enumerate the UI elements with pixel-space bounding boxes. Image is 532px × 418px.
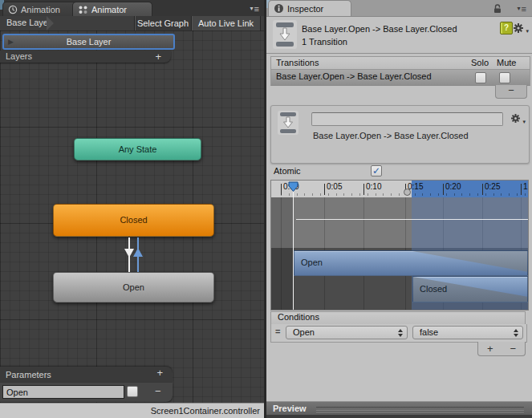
- layer-item-label: Base Layer: [67, 37, 112, 47]
- transition-list-row[interactable]: Base Layer.Open -> Base Layer.Closed: [270, 70, 530, 86]
- parameters-header[interactable]: Parameters +: [0, 367, 173, 383]
- add-parameter-button[interactable]: +: [156, 367, 163, 379]
- playhead-icon[interactable]: [288, 181, 298, 193]
- layers-header[interactable]: Layers +: [0, 51, 171, 63]
- remove-parameter-button[interactable]: −: [155, 385, 161, 397]
- tab-animation[interactable]: Animation: [2, 2, 81, 16]
- add-layer-button[interactable]: +: [155, 51, 161, 63]
- transition-detail-label: Base Layer.Open -> Base Layer.Closed: [313, 131, 469, 140]
- animator-status-bar: Screen1Container.controller: [0, 403, 264, 418]
- preview-label: Preview: [273, 404, 307, 413]
- remove-transition-button[interactable]: −: [508, 84, 514, 96]
- transition-row-label: Base Layer.Open -> Base Layer.Closed: [276, 71, 432, 81]
- gear-icon[interactable]: ▾: [513, 22, 524, 35]
- conditions-list: = Open false: [270, 324, 527, 343]
- transition-icon: [273, 20, 297, 49]
- help-icon[interactable]: ?: [500, 22, 513, 34]
- preview-drag-handle-icon[interactable]: [316, 407, 524, 412]
- animator-nodes-icon: [78, 5, 88, 14]
- mute-column-label: Mute: [497, 58, 516, 67]
- dropdown-arrows-icon: [514, 329, 518, 337]
- condition-parameter-dropdown[interactable]: Open: [286, 326, 408, 339]
- transition-icon-small: [278, 111, 298, 135]
- transition-arrowhead-up-icon: [133, 248, 143, 257]
- mute-checkbox[interactable]: [499, 72, 510, 83]
- parameter-bool-checkbox[interactable]: [127, 386, 138, 397]
- condition-value-dropdown[interactable]: false: [412, 326, 523, 339]
- layers-header-label: Layers: [6, 51, 32, 63]
- timeline-body: Open Closed: [271, 197, 528, 310]
- gear-dropdown-arrow: ▾: [522, 119, 526, 125]
- duration-line: [296, 219, 528, 220]
- solo-column-label: Solo: [471, 58, 489, 67]
- select-graph-button[interactable]: Select Graph: [134, 16, 191, 30]
- timeline-left-gutter: [271, 197, 293, 310]
- dropdown-arrows-icon: [398, 329, 403, 337]
- question-glyph: ?: [504, 23, 509, 32]
- inspector-subtitle: 1 Transition: [302, 37, 347, 47]
- inspector-tab-strip: Inspector ▾≡: [266, 0, 532, 17]
- parameter-row: −: [0, 383, 173, 402]
- conditions-footer: + −: [477, 342, 526, 356]
- remove-condition-button[interactable]: −: [510, 343, 516, 355]
- conditions-header-label: Conditions: [278, 312, 319, 322]
- clock-icon: [8, 5, 18, 14]
- transition-timeline: 0:00 0:05 0:10 0:15 0:20 0:25 1: [270, 180, 529, 310]
- animator-tab-strip: Animation Animator ▾≡: [0, 0, 264, 17]
- open-fadeout-wedge: [412, 251, 527, 275]
- node-any-state[interactable]: Any State: [74, 138, 201, 160]
- closed-bar-label: Closed: [420, 284, 447, 294]
- solo-checkbox[interactable]: [475, 72, 486, 83]
- transitions-list-header: Transitions Solo Mute: [270, 56, 530, 70]
- auto-live-link-button[interactable]: Auto Live Link: [191, 16, 261, 30]
- header-separator: [266, 53, 532, 54]
- transition-name-field[interactable]: [311, 112, 503, 126]
- inspector-panel: Inspector ▾≡ Base Layer.Open -> Base Lay…: [266, 0, 532, 418]
- tab-inspector[interactable]: Inspector: [268, 0, 351, 16]
- check-icon: ✓: [372, 165, 380, 177]
- animator-toolbar: Base Layer Select Graph Auto Live Link: [0, 16, 264, 31]
- gear-icon-small[interactable]: ▾: [510, 113, 521, 125]
- foldout-triangle-icon[interactable]: ▶: [8, 35, 14, 48]
- parameter-name-field[interactable]: [2, 385, 124, 399]
- animator-pane-menu-icon[interactable]: ▾≡: [250, 4, 260, 14]
- add-condition-button[interactable]: +: [487, 343, 493, 355]
- unity-editor-window: Animation Animator ▾≡ Base Layer Select …: [0, 0, 532, 418]
- node-closed[interactable]: Closed: [53, 204, 214, 237]
- node-open[interactable]: Open: [53, 272, 214, 302]
- tab-inspector-label: Inspector: [287, 4, 323, 14]
- transition-detail-box: ▾ Base Layer.Open -> Base Layer.Closed: [270, 105, 530, 164]
- conditions-header: Conditions: [270, 311, 526, 325]
- inspector-title: Base Layer.Open -> Base Layer.Closed: [302, 24, 457, 34]
- tab-animator[interactable]: Animator: [72, 2, 152, 16]
- breadcrumb[interactable]: Base Layer: [6, 18, 51, 27]
- bottom-strip: [266, 415, 532, 418]
- timeline-ruler[interactable]: 0:00 0:05 0:10 0:15 0:20 0:25 1: [271, 181, 528, 198]
- open-bar-label: Open: [301, 258, 323, 267]
- open-clip-bar[interactable]: Open: [294, 250, 528, 276]
- drag-handle-icon[interactable]: =: [275, 327, 280, 336]
- atomic-label: Atomic: [274, 166, 301, 176]
- transitions-footer: −: [495, 85, 527, 99]
- gear-dropdown-arrow: ▾: [526, 28, 529, 34]
- menu-lines-glyph: ≡: [522, 4, 527, 14]
- condition-value: false: [420, 327, 438, 337]
- layer-item-base-layer[interactable]: ▶ Base Layer: [2, 34, 175, 50]
- breadcrumb-chevron-icon: [47, 16, 54, 30]
- controller-path-label: Screen1Container.controller: [151, 406, 260, 416]
- atomic-checkbox[interactable]: ✓: [371, 165, 382, 177]
- menu-lines-glyph: ≡: [254, 4, 260, 14]
- playhead-line: [293, 190, 294, 310]
- transitions-header-label: Transitions: [276, 58, 319, 67]
- lock-icon[interactable]: [493, 3, 502, 14]
- transition-marker-icon[interactable]: [404, 189, 411, 196]
- condition-parameter-value: Open: [293, 327, 315, 337]
- tab-animator-label: Animator: [91, 5, 127, 14]
- info-icon: [274, 3, 284, 14]
- animator-panel: Animation Animator ▾≡ Base Layer Select …: [0, 0, 264, 418]
- closed-clip-bar[interactable]: Closed: [412, 276, 528, 302]
- parameters-header-label: Parameters: [6, 367, 51, 383]
- tab-animation-label: Animation: [21, 5, 60, 14]
- inspector-pane-menu-icon[interactable]: ▾≡: [518, 4, 527, 14]
